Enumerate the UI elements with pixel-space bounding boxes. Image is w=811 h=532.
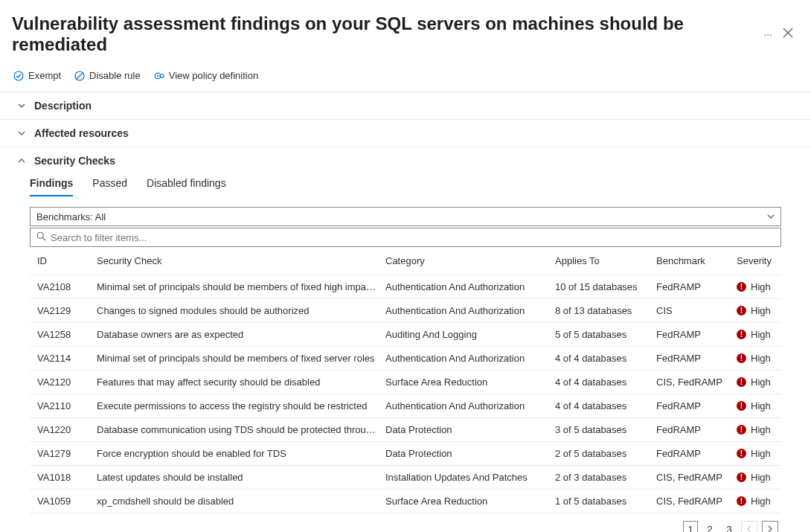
- disable-rule-label: Disable rule: [89, 70, 141, 81]
- cell-id: VA1220: [37, 424, 97, 435]
- exempt-label: Exempt: [28, 70, 61, 81]
- cell-applies-to: 2 of 5 databases: [555, 448, 656, 459]
- svg-point-5: [157, 74, 158, 76]
- cell-benchmark: FedRAMP: [656, 329, 737, 340]
- severity-label: High: [751, 376, 771, 388]
- page-3[interactable]: 3: [722, 521, 737, 532]
- page-title: Vulnerability assessment findings on you…: [12, 13, 753, 55]
- cell-benchmark: FedRAMP: [656, 353, 737, 364]
- page-1[interactable]: 1: [683, 521, 698, 532]
- cell-severity: !High: [737, 305, 789, 316]
- severity-high-icon: !: [737, 306, 746, 315]
- tab-findings[interactable]: Findings: [30, 174, 73, 196]
- section-checks[interactable]: Security Checks: [0, 147, 811, 174]
- cell-category: Surface Area Reduction: [385, 496, 555, 507]
- table-row[interactable]: VA1220Database communication using TDS s…: [30, 418, 781, 442]
- table-row[interactable]: VA1279Force encryption should be enabled…: [30, 442, 781, 466]
- table-row[interactable]: VA1018Latest updates should be installed…: [30, 466, 781, 490]
- cell-severity: !High: [737, 353, 789, 364]
- severity-high-icon: !: [737, 353, 746, 363]
- tab-disabled-findings[interactable]: Disabled findings: [147, 174, 226, 196]
- table-row[interactable]: VA2120Features that may affect security …: [30, 371, 781, 394]
- section-description[interactable]: Description: [0, 92, 811, 119]
- section-affected-label: Affected resources: [34, 127, 129, 139]
- cell-benchmark: CIS, FedRAMP: [656, 376, 737, 388]
- table-row[interactable]: VA2114Minimal set of principals should b…: [30, 347, 781, 371]
- disable-rule-button[interactable]: Disable rule: [74, 70, 141, 81]
- cell-id: VA2108: [37, 281, 97, 292]
- severity-high-icon: !: [737, 425, 746, 435]
- col-security-check[interactable]: Security Check: [97, 255, 385, 266]
- cell-severity: !High: [737, 448, 789, 459]
- cell-applies-to: 1 of 5 databases: [555, 496, 656, 507]
- table-row[interactable]: VA2129Changes to signed modules should b…: [30, 299, 781, 323]
- search-box[interactable]: [30, 228, 781, 247]
- severity-high-icon: !: [737, 401, 746, 411]
- cell-benchmark: CIS: [656, 305, 737, 316]
- col-id[interactable]: ID: [37, 255, 97, 266]
- col-category[interactable]: Category: [385, 255, 555, 266]
- view-policy-label: View policy definition: [169, 70, 258, 81]
- section-description-label: Description: [34, 100, 92, 112]
- table-row[interactable]: VA1258Database owners are as expectedAud…: [30, 323, 781, 347]
- cell-severity: !High: [737, 400, 789, 411]
- cell-security-check: Minimal set of principals should be memb…: [97, 353, 385, 364]
- cell-severity: !High: [737, 329, 789, 340]
- disable-icon: [74, 71, 85, 81]
- cell-id: VA1279: [37, 448, 97, 459]
- search-input[interactable]: [51, 232, 775, 243]
- cell-security-check: Database owners are as expected: [97, 329, 385, 340]
- cell-severity: !High: [737, 496, 789, 507]
- cell-category: Surface Area Reduction: [385, 376, 555, 388]
- cell-benchmark: CIS, FedRAMP: [656, 496, 737, 507]
- cell-id: VA1018: [37, 472, 97, 483]
- tab-passed[interactable]: Passed: [92, 174, 127, 196]
- cell-security-check: Force encryption should be enabled for T…: [97, 448, 385, 459]
- cell-id: VA1059: [37, 496, 97, 507]
- page-2[interactable]: 2: [702, 521, 717, 532]
- cell-category: Data Protection: [385, 448, 555, 459]
- more-icon[interactable]: ···: [763, 28, 772, 40]
- cell-applies-to: 8 of 13 databases: [555, 305, 656, 316]
- severity-label: High: [751, 305, 771, 316]
- search-icon: [36, 231, 46, 243]
- severity-label: High: [751, 329, 771, 340]
- svg-line-7: [42, 237, 45, 240]
- cell-id: VA2120: [37, 376, 97, 388]
- col-benchmark[interactable]: Benchmark: [656, 255, 737, 266]
- severity-high-icon: !: [737, 496, 746, 506]
- table-row[interactable]: VA2108Minimal set of principals should b…: [30, 275, 781, 299]
- cell-benchmark: FedRAMP: [656, 400, 737, 411]
- svg-point-0: [14, 71, 23, 80]
- cell-id: VA1258: [37, 329, 97, 340]
- cell-id: VA2129: [37, 305, 97, 316]
- table-row[interactable]: VA2110Execute permissions to access the …: [30, 394, 781, 418]
- severity-label: High: [751, 496, 771, 507]
- cell-applies-to: 2 of 3 databases: [555, 472, 656, 483]
- policy-icon: [154, 71, 164, 81]
- view-policy-button[interactable]: View policy definition: [154, 70, 258, 81]
- cell-benchmark: FedRAMP: [656, 424, 737, 435]
- section-affected[interactable]: Affected resources: [0, 120, 811, 147]
- pager: 1 2 3: [30, 513, 781, 532]
- cell-applies-to: 4 of 4 databases: [555, 353, 656, 364]
- svg-point-6: [37, 232, 43, 238]
- cell-category: Data Protection: [385, 424, 555, 435]
- cell-applies-to: 5 of 5 databases: [555, 329, 656, 340]
- benchmark-filter[interactable]: Benchmarks: All: [30, 207, 781, 226]
- table-row[interactable]: VA1059xp_cmdshell should be disabledSurf…: [30, 490, 781, 513]
- cell-category: Authentication And Authorization: [385, 305, 555, 316]
- cell-id: VA2114: [37, 353, 97, 364]
- severity-label: High: [751, 448, 771, 459]
- section-checks-label: Security Checks: [34, 155, 115, 167]
- exempt-button[interactable]: Exempt: [13, 70, 61, 81]
- col-applies-to[interactable]: Applies To: [555, 255, 656, 266]
- chevron-down-icon: [18, 102, 25, 109]
- col-severity[interactable]: Severity: [737, 255, 789, 266]
- severity-high-icon: !: [737, 377, 746, 387]
- next-page-button[interactable]: [762, 521, 778, 532]
- cell-applies-to: 4 of 4 databases: [555, 400, 656, 411]
- svg-line-2: [77, 73, 83, 79]
- close-icon[interactable]: [783, 28, 793, 41]
- cell-applies-to: 10 of 15 databases: [555, 281, 656, 292]
